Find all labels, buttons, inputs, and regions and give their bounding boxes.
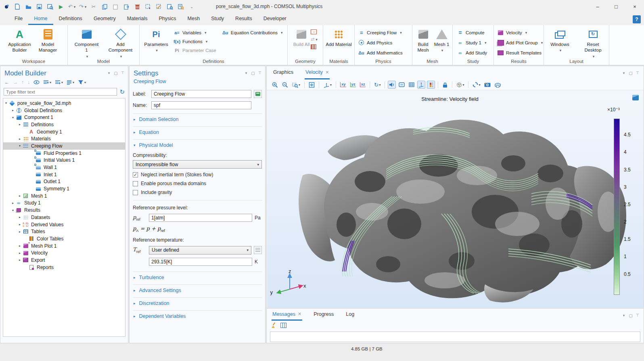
- tab-home[interactable]: Home: [28, 13, 53, 25]
- save-icon[interactable]: [36, 4, 42, 10]
- duplicate-icon[interactable]: [123, 4, 130, 10]
- compressibility-select[interactable]: Incompressible flow: [133, 160, 262, 169]
- expand-all-icon[interactable]: ▾: [43, 80, 51, 85]
- tree-item-geometry-1[interactable]: AGeometry 1: [3, 128, 125, 136]
- view-yz-icon[interactable]: yz: [349, 81, 357, 89]
- variables-button[interactable]: a=Variables: [174, 29, 216, 36]
- tref-select[interactable]: User defined: [149, 246, 251, 255]
- zoom-selected-icon[interactable]: [167, 4, 173, 10]
- tree-item-results[interactable]: ▾Results: [3, 207, 125, 214]
- maximize-button[interactable]: □: [607, 0, 625, 13]
- result-templates-button[interactable]: Result Templates: [497, 49, 543, 56]
- checkbox-neglect-inertial[interactable]: ✓Neglect inertial term (Stokes flow): [133, 172, 262, 177]
- help-button[interactable]: ?: [633, 15, 641, 23]
- snapshot-icon[interactable]: [483, 81, 492, 89]
- paste-icon[interactable]: [112, 4, 119, 10]
- section-discretization[interactable]: ▸Discretization: [133, 297, 262, 306]
- cut-icon[interactable]: ✂: [90, 4, 97, 10]
- equation-contributions-button[interactable]: ΔuEquation Contributions: [222, 29, 283, 36]
- component-1-button[interactable]: Component 1: [73, 27, 100, 59]
- section-dependent-variables[interactable]: ▸Dependent Variables: [133, 310, 262, 319]
- color-legend-toggle-icon[interactable]: [427, 81, 435, 89]
- tree-item-derived-values[interactable]: ▸8.85e-12Derived Values: [3, 221, 125, 228]
- tree-item-global-definitions[interactable]: ▸Global Definitions: [3, 107, 125, 114]
- windows-button[interactable]: Windows: [547, 27, 573, 53]
- panel-menu-icon[interactable]: ▾: [622, 71, 626, 75]
- functions-button[interactable]: f(x)Functions: [174, 38, 216, 45]
- save-find-icon[interactable]: [47, 4, 53, 10]
- undo-icon[interactable]: ↶: [69, 4, 75, 10]
- add-plot-group-button[interactable]: Add Plot Group: [497, 39, 543, 46]
- tree-item-initial-values-1[interactable]: Initial Values 1: [3, 157, 125, 164]
- node-text-icon[interactable]: ▾: [67, 80, 74, 85]
- tree-item-color-tables[interactable]: Color Tables: [3, 235, 125, 242]
- tree-item-mesh-1[interactable]: ▸Mesh 1: [3, 192, 125, 200]
- redo-icon[interactable]: ↷: [79, 4, 86, 10]
- scene-light-icon[interactable]: [397, 81, 406, 89]
- reset-desktop-button[interactable]: ↻ Reset Desktop: [580, 27, 606, 59]
- nav-forward-icon[interactable]: →: [13, 79, 18, 85]
- tree-item-definitions[interactable]: ▸Definitions: [3, 121, 125, 128]
- float-panel-icon[interactable]: ▢: [251, 71, 255, 75]
- build-all-button[interactable]: Build All: [293, 27, 310, 47]
- tree-item-export[interactable]: ▸Export: [3, 257, 125, 264]
- section-domain-selection[interactable]: ▸Domain Selection: [133, 113, 262, 122]
- refresh-filter-icon[interactable]: ↻: [119, 88, 125, 96]
- section-physical-model[interactable]: ▾Physical Model: [133, 139, 262, 148]
- add-study-button[interactable]: ∞Add Study: [457, 49, 487, 56]
- model-manager-button[interactable]: Model Manager: [35, 27, 61, 53]
- show-eye-icon[interactable]: [33, 80, 40, 85]
- tab-log[interactable]: Log: [345, 309, 355, 321]
- panel-menu-icon[interactable]: ▾: [622, 313, 626, 318]
- build-mesh-button[interactable]: Build Mesh: [414, 27, 432, 53]
- default-view-icon[interactable]: ▾: [322, 81, 333, 89]
- pin-panel-icon[interactable]: ⊤: [258, 71, 262, 75]
- nav-back-icon[interactable]: ←: [4, 79, 9, 85]
- tree-item-creeping-flow[interactable]: ▾Creeping Flow: [3, 142, 125, 150]
- tab-messages[interactable]: Messages✕: [272, 309, 302, 321]
- view-xy-icon[interactable]: xy: [339, 81, 347, 89]
- mesh-1-button[interactable]: Mesh 1: [433, 27, 451, 53]
- geometry-sequence-icon[interactable]: [311, 44, 316, 49]
- grid-toggle-icon[interactable]: [408, 81, 416, 89]
- tree-item-study-1[interactable]: ▸∞Study 1: [3, 200, 125, 207]
- move-down-icon[interactable]: ↓: [27, 79, 30, 85]
- messages-output[interactable]: [270, 332, 640, 342]
- add-component-button[interactable]: Add Component: [107, 27, 134, 59]
- tree-item-datasets[interactable]: ▸Datasets: [3, 214, 125, 221]
- lock-icon[interactable]: [441, 81, 449, 89]
- new-file-icon[interactable]: [14, 4, 21, 10]
- copy-icon[interactable]: [101, 4, 108, 10]
- graphics-settings-icon[interactable]: ▾: [455, 81, 465, 89]
- orientation-toggle-icon[interactable]: [417, 81, 425, 89]
- tab-progress[interactable]: Progress: [313, 309, 335, 321]
- panel-menu-icon[interactable]: ▾: [107, 71, 111, 75]
- tree-item-fluid-properties-1[interactable]: Fluid Properties 1: [3, 150, 125, 157]
- close-tab-icon[interactable]: ✕: [325, 70, 329, 75]
- tab-velocity[interactable]: Velocity✕: [305, 66, 330, 79]
- clear-selection-icon[interactable]: [156, 4, 162, 10]
- move-up-icon[interactable]: ↑: [21, 79, 24, 85]
- render-label-button[interactable]: [254, 90, 262, 98]
- filter-funnel-icon[interactable]: ▾: [78, 80, 86, 85]
- tab-definitions[interactable]: Definitions: [53, 13, 88, 25]
- clear-messages-icon[interactable]: [271, 322, 276, 328]
- qat-customize-icon[interactable]: ⌄: [188, 4, 195, 10]
- parameters-button[interactable]: Pi Parameters: [144, 27, 168, 53]
- tree-item-outlet-1[interactable]: Outlet 1: [3, 178, 125, 186]
- float-panel-icon[interactable]: ▢: [114, 71, 118, 75]
- geometry-sync-icon[interactable]: ⇄: [311, 37, 318, 42]
- tab-graphics[interactable]: Graphics: [272, 66, 294, 79]
- tab-developer[interactable]: Developer: [258, 13, 292, 25]
- tree-item-velocity[interactable]: ▸Velocity: [3, 249, 125, 257]
- tree-item-mesh-plot-1[interactable]: ▸Mesh Plot 1: [3, 242, 125, 250]
- tree-item-reports[interactable]: Reports: [3, 264, 125, 271]
- print-icon[interactable]: [493, 81, 502, 89]
- tree-item-materials[interactable]: ▸Materials: [3, 135, 125, 142]
- tree-item-inlet-1[interactable]: Inlet 1: [3, 171, 125, 178]
- message-table-icon[interactable]: [280, 323, 286, 328]
- velocity-plot-button[interactable]: Velocity: [497, 29, 543, 36]
- tab-results[interactable]: Results: [230, 13, 258, 25]
- close-tab-icon[interactable]: ✕: [298, 311, 301, 317]
- plot-properties-icon[interactable]: [632, 95, 639, 100]
